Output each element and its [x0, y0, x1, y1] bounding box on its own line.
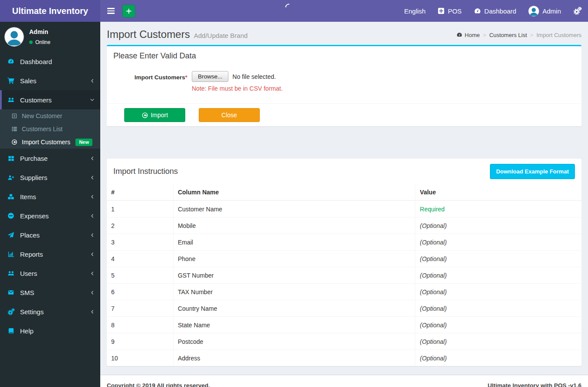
nav-language[interactable]: English — [398, 0, 432, 22]
cart-icon — [7, 77, 15, 84]
top-navbar: Ultimate Inventory English POS Dashboard — [0, 0, 588, 22]
sidebar-item-customers[interactable]: Customers — [0, 90, 100, 109]
th-large-icon — [7, 155, 15, 162]
sidebar: Admin Online Dashboard Sales Customers N… — [0, 22, 100, 387]
copyright-text: Copyright © 2019 All rights reserved. — [107, 382, 210, 387]
plus-square-icon — [10, 113, 18, 119]
page-title: Import CustomersAdd/Update Brand — [107, 28, 248, 41]
user-status[interactable]: Online — [29, 39, 51, 45]
table-row: 2Mobile(Optional) — [107, 217, 581, 234]
sidebar-item-suppliers[interactable]: Suppliers — [0, 168, 100, 187]
sidebar-item-places[interactable]: Places — [0, 225, 100, 244]
online-dot-icon — [29, 41, 33, 44]
customers-submenu: New Customer Customers List Import Custo… — [0, 109, 100, 149]
table-row: 6TAX Number(Optional) — [107, 284, 581, 300]
import-form-panel: Please Enter Valid Data Import Customers… — [107, 45, 581, 126]
tachometer-icon — [456, 32, 462, 38]
quick-add-button[interactable] — [122, 5, 135, 17]
table-row: 4Phone(Optional) — [107, 251, 581, 267]
chevron-left-icon — [90, 271, 95, 276]
breadcrumb-separator: > — [530, 32, 534, 38]
table-header-row: # Column Name Value — [107, 184, 581, 200]
sidebar-item-users[interactable]: Users — [0, 264, 100, 283]
sidebar-item-new-customer[interactable]: New Customer — [0, 109, 100, 122]
paper-plane-icon — [7, 232, 15, 238]
sidebar-item-reports[interactable]: Reports — [0, 244, 100, 264]
chevron-left-icon — [90, 251, 95, 257]
user-plus-icon — [7, 174, 15, 181]
sidebar-item-sms[interactable]: SMS — [0, 283, 100, 302]
page-footer: Copyright © 2019 All rights reserved. Ul… — [100, 375, 588, 387]
close-button[interactable]: Close — [199, 108, 260, 122]
sidebar-item-sales[interactable]: Sales — [0, 71, 100, 90]
sidebar-item-settings[interactable]: Settings — [0, 302, 100, 321]
nav-settings-button[interactable] — [567, 0, 588, 22]
plus-icon — [126, 8, 132, 14]
col-header-column-name: Column Name — [173, 184, 415, 200]
sidebar-item-dashboard[interactable]: Dashboard — [0, 52, 100, 71]
avatar — [4, 27, 24, 47]
brand-logo[interactable]: Ultimate Inventory — [0, 0, 100, 22]
list-icon — [10, 126, 18, 132]
file-status-text: No file selected. — [232, 73, 276, 80]
nav-pos[interactable]: POS — [432, 0, 468, 22]
arrow-circle-left-icon — [142, 112, 148, 119]
value-optional: (Optional) — [415, 267, 581, 284]
import-file-label: Import Customers* — [113, 71, 192, 81]
minus-circle-icon — [7, 212, 15, 219]
plus-square-icon — [438, 7, 445, 14]
col-header-value: Value — [415, 184, 581, 200]
book-icon — [7, 328, 15, 334]
breadcrumb-home[interactable]: Home — [456, 32, 480, 38]
value-optional: (Optional) — [415, 251, 581, 267]
chevron-left-icon — [90, 156, 95, 161]
browse-file-button[interactable]: Browse... — [192, 71, 228, 82]
breadcrumb-current: Import Customers — [537, 32, 581, 38]
table-row: 7Country Name(Optional) — [107, 300, 581, 317]
breadcrumb-customers-list[interactable]: Customers List — [489, 32, 527, 38]
table-row: 8State Name(Optional) — [107, 317, 581, 333]
csv-note: Note: File must be in CSV format. — [192, 85, 283, 92]
tachometer-icon — [474, 7, 481, 15]
user-name: Admin — [29, 28, 51, 35]
table-row: 9Postcode(Optional) — [107, 333, 581, 350]
arrow-circle-left-icon — [10, 139, 18, 145]
table-row: 1Customer NameRequired — [107, 200, 581, 217]
page-subtitle: Add/Update Brand — [194, 32, 248, 39]
table-row: 10Address(Optional) — [107, 350, 581, 367]
value-optional: (Optional) — [415, 284, 581, 300]
col-header-num: # — [107, 184, 173, 200]
value-optional: (Optional) — [415, 234, 581, 251]
hamburger-icon — [107, 8, 115, 9]
sidebar-item-import-customers[interactable]: Import Customers New — [0, 136, 100, 149]
content-wrapper: Import CustomersAdd/Update Brand Home > … — [100, 22, 588, 366]
sidebar-item-help[interactable]: Help — [0, 321, 100, 340]
chevron-left-icon — [90, 309, 95, 315]
import-instructions-panel: Import Instructions Download Example For… — [107, 159, 581, 366]
chevron-left-icon — [90, 78, 95, 84]
cogs-icon — [573, 7, 582, 15]
users-icon — [7, 270, 15, 277]
value-optional: (Optional) — [415, 217, 581, 234]
nav-dashboard[interactable]: Dashboard — [468, 0, 522, 22]
value-optional: (Optional) — [415, 350, 581, 367]
value-optional: (Optional) — [415, 317, 581, 333]
sidebar-item-customers-list[interactable]: Customers List — [0, 122, 100, 136]
nav-user-menu[interactable]: Admin — [522, 0, 567, 22]
version-text: Ultimate Inventory with POS -v1.6 — [488, 382, 581, 387]
sidebar-item-items[interactable]: Items — [0, 187, 100, 206]
chevron-down-icon — [89, 97, 95, 102]
value-required: Required — [415, 200, 581, 217]
import-button[interactable]: Import — [124, 108, 185, 122]
sidebar-toggle-button[interactable] — [100, 0, 122, 22]
cogs-icon — [7, 308, 15, 316]
cubes-icon — [7, 194, 15, 200]
chevron-left-icon — [90, 290, 95, 295]
sidebar-menu: Dashboard Sales Customers New Customer C… — [0, 52, 100, 340]
sidebar-item-expenses[interactable]: Expenses — [0, 206, 100, 225]
sidebar-item-purchase[interactable]: Purchase — [0, 149, 100, 168]
download-example-format-button[interactable]: Download Example Format — [490, 164, 575, 179]
envelope-icon — [7, 289, 15, 295]
instructions-header: Import Instructions — [113, 167, 178, 176]
sidebar-user-panel: Admin Online — [0, 22, 100, 52]
